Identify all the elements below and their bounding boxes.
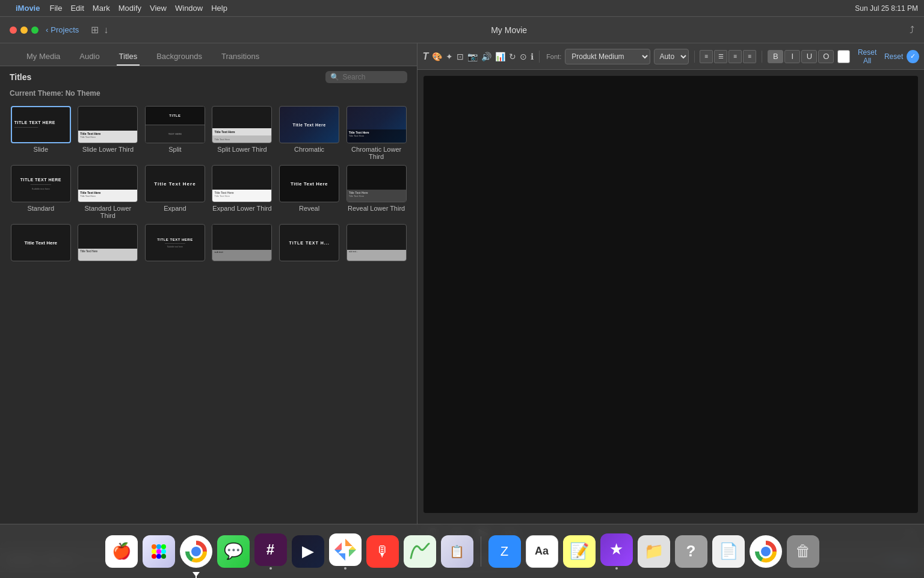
align-center-button[interactable]: ☰ xyxy=(714,50,727,63)
title-thumb-slide[interactable]: TITLE TEXT HERE ────────────── xyxy=(11,106,71,143)
italic-button[interactable]: I xyxy=(784,50,800,63)
align-justify-button[interactable]: ≡ xyxy=(743,50,756,63)
align-right-button[interactable]: ≡ xyxy=(728,50,742,63)
dock-item-presentation[interactable]: 📋 xyxy=(441,535,473,568)
align-left-button[interactable]: ≡ xyxy=(700,50,713,63)
title-thumb-chromatic-lt[interactable]: Title Text Here Title Text Here xyxy=(346,106,407,143)
title-thumb-standard[interactable]: TITLE TEXT HERE ──────────── Subtitle te… xyxy=(11,165,71,202)
tab-backgrounds[interactable]: Backgrounds xyxy=(154,48,205,66)
playhead[interactable] xyxy=(196,572,197,578)
menu-mark[interactable]: Mark xyxy=(93,4,110,13)
confirm-button[interactable]: ✓ xyxy=(907,50,919,63)
tab-my-media[interactable]: My Media xyxy=(24,48,63,66)
size-selector[interactable]: Auto xyxy=(654,49,688,64)
search-input[interactable] xyxy=(342,73,402,81)
title-item-standard-lt[interactable]: Title Text Here Title Text Here Standard… xyxy=(77,165,140,219)
title-thumb-standard-lt[interactable]: Title Text Here Title Text Here xyxy=(78,165,138,202)
menu-window[interactable]: Window xyxy=(175,4,203,13)
tab-audio[interactable]: Audio xyxy=(77,48,102,66)
menu-modify[interactable]: Modify xyxy=(119,4,141,13)
menu-edit[interactable]: Edit xyxy=(70,4,84,13)
title-item-row3-3[interactable]: TITLE TEXT HERE ──────────── Subtitle te… xyxy=(144,224,206,264)
crop-icon[interactable]: ⊡ xyxy=(457,52,464,61)
menu-view[interactable]: View xyxy=(150,4,167,13)
tab-titles[interactable]: Titles xyxy=(117,48,140,66)
title-item-expand-lt[interactable]: Title Text Here Title Text Here Expand L… xyxy=(211,165,274,219)
search-box[interactable]: 🔍 xyxy=(325,71,407,83)
color-palette-icon[interactable]: 🎨 xyxy=(432,52,442,61)
menu-file[interactable]: File xyxy=(49,4,62,13)
dock-item-launchpad[interactable] xyxy=(143,535,175,568)
title-item-row3-4[interactable]: sub text xyxy=(211,224,274,264)
dock-item-chrome2[interactable] xyxy=(750,535,782,568)
title-thumb-reveal[interactable]: Title Text Here xyxy=(279,165,339,202)
dock-item-messages[interactable]: 💬 xyxy=(217,535,250,568)
dock-item-trash[interactable]: 🗑 xyxy=(787,535,819,568)
reset-all-button[interactable]: Reset All xyxy=(854,48,881,65)
dock-item-preview[interactable]: 📄 xyxy=(712,535,745,568)
audio-icon[interactable]: 🔊 xyxy=(481,52,491,61)
title-thumb-row3-2[interactable]: Title Text Here xyxy=(78,224,138,261)
dock-item-slack[interactable]: # xyxy=(254,533,287,570)
title-thumb-row3-3[interactable]: TITLE TEXT HERE ──────────── Subtitle te… xyxy=(145,224,205,261)
dock-item-scrobbles[interactable] xyxy=(404,535,436,568)
dock-item-imovie[interactable]: ★ xyxy=(600,533,633,570)
title-item-chromatic-lt[interactable]: Title Text Here Title Text Here Chromati… xyxy=(345,106,408,160)
font-selector[interactable]: Produkt Medium xyxy=(565,49,650,64)
title-thumb-row3-5[interactable]: TITLE TEXT H... xyxy=(279,224,339,261)
tab-transitions[interactable]: Transitions xyxy=(219,48,262,66)
dock-item-tv[interactable]: ▶ xyxy=(292,535,324,568)
chart-icon[interactable]: 📊 xyxy=(495,52,505,61)
title-item-split[interactable]: TITLE TEXT HERE Split xyxy=(144,106,206,160)
title-item-row3-1[interactable]: Title Text Here xyxy=(10,224,72,264)
dock-item-finder[interactable]: 🍎 xyxy=(105,535,138,568)
color-swatch[interactable] xyxy=(837,50,850,63)
underline-button[interactable]: U xyxy=(801,50,817,63)
title-thumb-expand[interactable]: Title Text Here xyxy=(145,165,205,202)
dock-item-dictionary[interactable]: Aa xyxy=(526,535,558,568)
title-item-row3-5[interactable]: TITLE TEXT H... xyxy=(278,224,340,264)
effects-icon[interactable]: ✦ xyxy=(446,52,453,61)
menu-help[interactable]: Help xyxy=(211,4,227,13)
title-thumb-reveal-lt[interactable]: Title Text Here Title Text Here xyxy=(346,165,407,202)
title-item-slide-lt[interactable]: Title Text Here Title Text Here Slide Lo… xyxy=(77,106,140,160)
title-item-reveal-lt[interactable]: Title Text Here Title Text Here Reveal L… xyxy=(345,165,408,219)
title-thumb-split[interactable]: TITLE TEXT HERE xyxy=(145,106,205,143)
dock-item-finder-files[interactable]: 📁 xyxy=(638,535,670,568)
reset-button[interactable]: Reset xyxy=(884,52,903,61)
title-item-chromatic[interactable]: Title Text Here Chromatic xyxy=(278,106,340,160)
minimize-button[interactable] xyxy=(20,26,28,34)
title-thumb-expand-lt[interactable]: Title Text Here Title Text Here xyxy=(212,165,272,202)
outline-button[interactable]: O xyxy=(818,50,834,63)
title-thumb-row3-1[interactable]: Title Text Here xyxy=(11,224,71,261)
info-icon[interactable]: ℹ xyxy=(531,52,534,61)
app-name[interactable]: iMovie xyxy=(16,4,40,13)
dock-item-soundrecorder[interactable]: 🎙 xyxy=(366,535,399,568)
title-item-expand[interactable]: Title Text Here Expand xyxy=(144,165,206,219)
refresh-icon[interactable]: ↻ xyxy=(509,52,516,61)
title-item-slide[interactable]: TITLE TEXT HERE ────────────── Slide xyxy=(10,106,72,160)
title-thumb-slide-lt[interactable]: Title Text Here Title Text Here xyxy=(78,106,138,143)
dock-item-photos[interactable] xyxy=(329,533,362,570)
grid-view-icon[interactable]: ⊞ xyxy=(91,24,99,36)
close-button[interactable] xyxy=(10,26,17,34)
maximize-button[interactable] xyxy=(31,26,38,34)
title-item-split-lt[interactable]: Title Text Here Title Text Here Split Lo… xyxy=(211,106,274,160)
share-icon[interactable]: ⤴ xyxy=(910,25,914,35)
dock-item-notes[interactable]: 📝 xyxy=(563,535,596,568)
text-format-icon[interactable]: T xyxy=(422,51,428,62)
color-wheel-icon[interactable]: ⊙ xyxy=(520,52,527,61)
camera-icon[interactable]: 📷 xyxy=(467,52,478,61)
title-item-row3-6[interactable]: sub text... xyxy=(345,224,408,264)
dock-item-help[interactable]: ? xyxy=(675,535,707,568)
title-thumb-split-lt[interactable]: Title Text Here Title Text Here xyxy=(212,106,272,143)
title-item-row3-2[interactable]: Title Text Here xyxy=(77,224,140,264)
title-thumb-row3-6[interactable]: sub text... xyxy=(346,224,407,261)
title-thumb-chromatic[interactable]: Title Text Here xyxy=(279,106,339,143)
dock-item-zoom[interactable]: Z xyxy=(488,535,521,568)
title-item-reveal[interactable]: Title Text Here Reveal xyxy=(278,165,340,219)
bold-button[interactable]: B xyxy=(768,50,783,63)
dock-item-chrome[interactable] xyxy=(180,535,212,568)
title-item-standard[interactable]: TITLE TEXT HERE ──────────── Subtitle te… xyxy=(10,165,72,219)
download-icon[interactable]: ↓ xyxy=(103,25,108,36)
